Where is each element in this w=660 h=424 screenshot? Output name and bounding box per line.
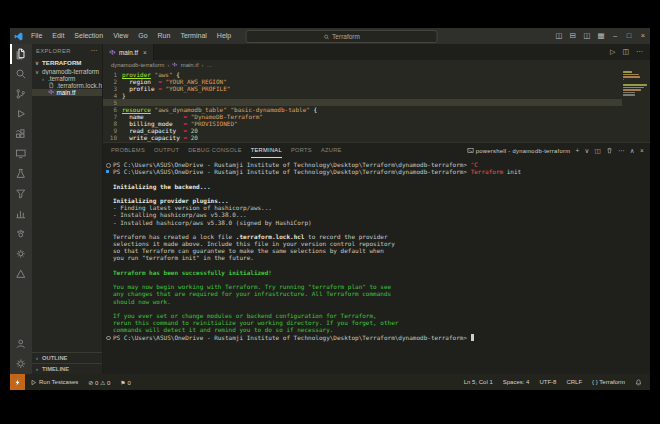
line-number: 2 [103, 78, 122, 85]
folder-dot-terraform[interactable]: ›.terraform [32, 75, 102, 82]
terminal-line: - Installed hashicorp/aws v5.38.0 (signe… [113, 219, 650, 226]
maximize-panel-icon[interactable]: ∧ [630, 143, 635, 158]
workspace-root-label: TERRAFORM [42, 59, 82, 66]
terminal-text: ^C [471, 161, 478, 168]
testing-icon[interactable] [10, 164, 32, 184]
search-icon[interactable] [10, 64, 32, 84]
code-token: billing_mode [122, 120, 183, 127]
remote-explorer-icon[interactable] [10, 144, 32, 164]
section-timeline[interactable]: ›TIMELINE [32, 363, 102, 374]
menu-run[interactable]: Run [153, 28, 176, 44]
close-icon[interactable]: × [636, 28, 650, 44]
toggle-panel-icon[interactable]: ⊟ [566, 28, 580, 44]
gear-badge-icon[interactable] [10, 244, 32, 264]
minimap-line [623, 92, 635, 94]
terminal-line: any changes that are required for your i… [113, 290, 650, 297]
code-editor[interactable]: 1provider "aws" {2 region = "YOUR_AWS_RE… [103, 70, 650, 142]
menu-go[interactable]: Go [133, 28, 152, 44]
settings-gear-icon[interactable] [10, 354, 32, 374]
panel-tab-output[interactable]: OUTPUT [154, 143, 179, 158]
extensions-icon[interactable] [10, 124, 32, 144]
toggle-primary-sidebar-icon[interactable]: ◫ [552, 28, 566, 44]
editor-more-actions-icon[interactable]: ⋯ [636, 48, 643, 56]
minimap[interactable] [623, 71, 647, 97]
file-terraform-lock-hcl[interactable]: .terraform.lock.hcl [32, 82, 102, 89]
close-panel-icon[interactable]: × [640, 143, 644, 158]
paw-icon[interactable] [10, 224, 32, 244]
workspace-root[interactable]: ∨ TERRAFORM [32, 57, 102, 68]
language-mode[interactable]: { } Terraform [587, 374, 630, 390]
menu-help[interactable]: Help [212, 28, 236, 44]
code-token: } [122, 92, 126, 99]
status-text: { } Terraform [592, 379, 625, 385]
run-testcases-button[interactable]: Run Testcases [25, 374, 83, 390]
eol-sequence[interactable]: CRLF [561, 374, 587, 390]
panel-tab-terminal[interactable]: TERMINAL [251, 143, 282, 158]
terminal-text: Initializing provider plugins... [113, 197, 229, 204]
launch-profile-chevron-icon[interactable]: ∨ [585, 143, 590, 158]
line-number: 10 [103, 134, 122, 141]
remote-indicator[interactable] [10, 374, 25, 390]
terminal-text: Terraform has been successfully initiali… [113, 269, 272, 276]
problems-status[interactable]: ⊘ 0 ⚠ 0 [83, 374, 115, 390]
cursor-position[interactable]: Ln 5, Col 1 [459, 374, 498, 390]
code-token: "aws_dynamodb_table" [155, 106, 227, 113]
panel-more-actions-icon[interactable]: ⋯ [618, 143, 625, 158]
terminal-session-label[interactable]: powershell - dynamodb-terraform [467, 147, 571, 155]
breadcrumb-separator-icon: › [167, 62, 169, 68]
command-center-search[interactable]: Terraform [246, 30, 438, 43]
bell-icon [635, 379, 642, 386]
explorer-more-actions-icon[interactable]: ⋯ [91, 47, 98, 55]
code-line: 10 write_capacity = 20 [103, 134, 622, 141]
run-file-icon[interactable]: ▷ [610, 48, 615, 56]
tab-main-tf[interactable]: main.tf × [103, 44, 154, 60]
code-token: "PROVISIONED" [191, 120, 238, 127]
kill-terminal-icon[interactable] [606, 147, 613, 154]
minimap-line [623, 79, 624, 81]
filter-icon[interactable] [10, 184, 32, 204]
split-terminal-icon[interactable]: ◫ [595, 143, 601, 158]
account-icon[interactable] [10, 334, 32, 354]
breadcrumb-item[interactable]: dynamodb-terraform [111, 62, 164, 68]
minimap-line [623, 89, 641, 91]
encoding[interactable]: UTF-8 [534, 374, 561, 390]
chart-icon[interactable] [10, 204, 32, 224]
breadcrumb-item[interactable]: main.tf [181, 62, 199, 68]
terminal-line: should now work. [113, 298, 650, 305]
close-tab-icon[interactable]: × [143, 49, 147, 56]
window-controls: ◫⊟◫▦–□× [552, 28, 650, 44]
menu-edit[interactable]: Edit [47, 28, 69, 44]
indentation[interactable]: Spaces: 4 [498, 374, 535, 390]
menu-view[interactable]: View [108, 28, 133, 44]
notifications-bell-icon[interactable] [630, 374, 647, 390]
panel-tab-azure[interactable]: AZURE [321, 143, 342, 158]
file-main-tf[interactable]: main.tf [32, 89, 102, 96]
explorer-icon[interactable] [10, 44, 32, 64]
toggle-secondary-sidebar-icon[interactable]: ◫ [580, 28, 594, 44]
folder-dynamodb-terraform[interactable]: ∨dynamodb-terraform [32, 68, 102, 75]
menu-terminal[interactable]: Terminal [175, 28, 211, 44]
source-control-icon[interactable] [10, 84, 32, 104]
triangle-extension-icon[interactable] [10, 264, 32, 284]
maximize-icon[interactable]: □ [622, 28, 636, 44]
new-terminal-icon[interactable]: + [575, 143, 579, 158]
section-outline[interactable]: ›OUTLINE [32, 352, 102, 363]
minimize-icon[interactable]: – [608, 28, 622, 44]
terminal-text: .terraform.lock.hcl [236, 233, 305, 240]
code-line: 9 read_capacity = 20 [103, 127, 622, 134]
chevron-right-icon: › [34, 355, 40, 361]
menu-file[interactable]: File [26, 28, 47, 44]
terminal[interactable]: PS C:\Users\ASUS\OneDrive - Rustamji Ins… [103, 158, 650, 374]
terminal-line [113, 190, 650, 197]
split-editor-icon[interactable]: ◫ [622, 48, 629, 56]
breadcrumb-item[interactable]: … [207, 62, 213, 68]
run-debug-icon[interactable] [10, 104, 32, 124]
customize-layout-icon[interactable]: ▦ [594, 28, 608, 44]
breadcrumb[interactable]: dynamodb-terraform›main.tf›… [103, 60, 650, 70]
menu-selection[interactable]: Selection [69, 28, 108, 44]
panel-tab-problems[interactable]: PROBLEMS [111, 143, 145, 158]
activity-bar [10, 44, 32, 374]
flag-status[interactable]: ⚑ 0 [115, 374, 135, 390]
panel-tab-ports[interactable]: PORTS [291, 143, 312, 158]
panel-tab-debug-console[interactable]: DEBUG CONSOLE [188, 143, 242, 158]
